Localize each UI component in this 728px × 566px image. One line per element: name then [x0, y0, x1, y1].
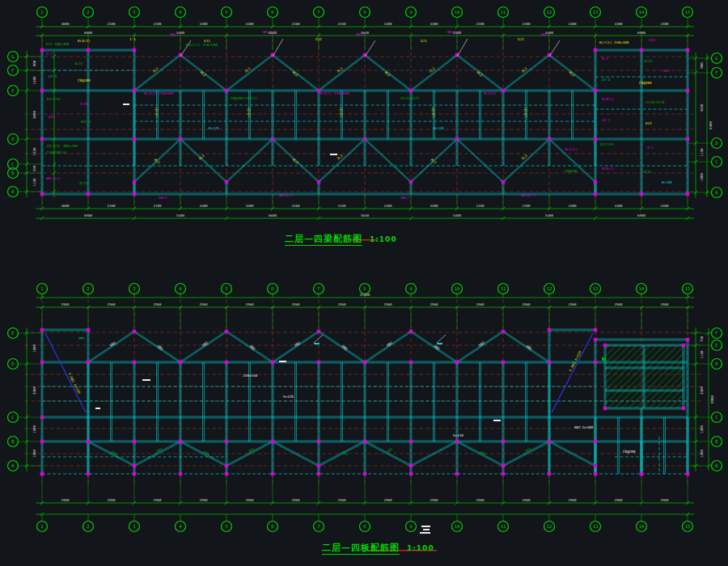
svg-text:XWL2: XWL2	[159, 196, 167, 200]
svg-text:6900: 6900	[84, 31, 93, 35]
svg-text:XL2: XL2	[291, 70, 299, 78]
svg-text:KL9(1): KL9(1)	[602, 167, 615, 171]
svg-text:3: 3	[133, 10, 135, 15]
svg-text:Q-2: Q-2	[602, 57, 608, 61]
svg-text:A: A	[715, 463, 718, 468]
cad-canvas: 1234567891011121314153600210021003300330…	[0, 0, 728, 566]
svg-text:1900: 1900	[700, 172, 704, 181]
svg-text:C: C	[715, 159, 717, 164]
svg-text:WKL3(7): WKL3(7)	[279, 193, 294, 197]
beam-plan-title-text: 二层—四梁配筋图	[285, 234, 362, 246]
svg-text:XB3: XB3	[111, 450, 119, 456]
svg-text:5640: 5640	[361, 213, 370, 218]
svg-text:14: 14	[639, 286, 645, 291]
svg-text:D: D	[715, 141, 717, 146]
svg-text:2960: 2960	[291, 302, 300, 306]
svg-text:6900: 6900	[637, 31, 646, 35]
beam-plan-grid-lines	[24, 32, 694, 204]
svg-text:2960: 2960	[568, 498, 577, 502]
svg-text:XL2: XL2	[383, 70, 392, 78]
svg-text:XL2: XL2	[568, 70, 576, 78]
svg-text:2100: 2100	[522, 204, 531, 208]
slab-plan-title: 二层—四板配筋图1:100	[322, 539, 434, 554]
svg-text:L1(2): L1(2)	[154, 107, 159, 117]
svg-text:2: 2	[87, 286, 89, 291]
svg-text:6: 6	[271, 10, 273, 15]
svg-text:1: 1	[40, 10, 43, 15]
svg-text:5: 5	[225, 10, 227, 15]
svg-text:7: 7	[317, 524, 320, 529]
svg-text:10: 10	[455, 286, 460, 291]
svg-text:C8@200: C8@200	[639, 81, 652, 85]
svg-text:XWL2: XWL2	[400, 196, 409, 200]
svg-text:2960: 2960	[383, 302, 392, 306]
svg-text:A: A	[715, 190, 718, 195]
svg-text:2960: 2960	[337, 302, 346, 306]
svg-text:14: 14	[639, 10, 645, 15]
svg-text:3300: 3300	[430, 22, 438, 26]
svg-text:G: G	[715, 56, 717, 61]
svg-text:G: G	[11, 54, 14, 59]
svg-text:8: 8	[363, 10, 366, 15]
svg-text:GJ2: GJ2	[518, 37, 524, 41]
svg-text:L1(2): L1(2)	[339, 107, 343, 117]
svg-text:KZ2: KZ2	[49, 115, 55, 119]
slab-plan-scale: 1:100	[407, 544, 434, 552]
svg-text:GJ2: GJ2	[315, 37, 322, 41]
svg-text:2960: 2960	[199, 302, 208, 306]
svg-text:D: D	[11, 137, 14, 142]
svg-text:WKL3(7): WKL3(7)	[521, 193, 535, 197]
svg-text:2960: 2960	[614, 498, 623, 502]
svg-text:2C25+2C22: 2C25+2C22	[400, 96, 420, 100]
svg-text:1500: 1500	[32, 449, 36, 458]
svg-text:3300: 3300	[245, 204, 254, 208]
svg-text:B: B	[11, 439, 15, 444]
svg-text:XL1: XL1	[521, 66, 529, 74]
svg-text:B=120: B=120	[209, 126, 219, 130]
svg-text:3300: 3300	[199, 22, 208, 26]
svg-text:C: C	[11, 162, 14, 167]
svg-text:3300: 3300	[383, 204, 392, 208]
svg-text:1150: 1150	[700, 350, 704, 359]
svg-text:h=110: h=110	[453, 433, 463, 437]
svg-text:2960: 2960	[245, 498, 254, 502]
svg-text:5: 5	[225, 286, 227, 291]
svg-text:E: E	[11, 88, 14, 93]
svg-text:XL1: XL1	[336, 66, 345, 74]
svg-text:41400: 41400	[360, 293, 370, 297]
svg-text:3: 3	[133, 286, 135, 291]
svg-text:L1(2): L1(2)	[523, 107, 527, 117]
svg-text:900: 900	[32, 60, 36, 66]
svg-text:C8@100: C8@100	[565, 169, 578, 173]
svg-text:B: B	[715, 439, 718, 444]
svg-text:4350: 4350	[700, 103, 704, 112]
svg-text:2100: 2100	[153, 22, 162, 26]
svg-text:9: 9	[409, 286, 412, 291]
svg-text:15: 15	[685, 524, 691, 529]
svg-text:XL1: XL1	[244, 66, 252, 74]
svg-text:2960: 2960	[476, 498, 485, 502]
svg-text:12: 12	[547, 10, 552, 15]
svg-text:3300: 3300	[614, 22, 623, 26]
svg-text:1: 1	[40, 524, 43, 529]
svg-text:B=120: B=120	[434, 126, 444, 130]
svg-text:3300: 3300	[568, 22, 577, 26]
svg-text:C: C	[715, 415, 717, 420]
svg-text:7: 7	[317, 286, 320, 291]
svg-text:11: 11	[501, 524, 506, 529]
svg-text:B=100: B=100	[662, 180, 672, 184]
svg-text:4: 4	[179, 10, 182, 15]
svg-text:7: 7	[317, 10, 320, 15]
svg-text:5400: 5400	[176, 213, 185, 218]
svg-text:2100: 2100	[522, 22, 531, 26]
slab-plan-grid-lines	[24, 293, 702, 485]
svg-text:11: 11	[501, 286, 506, 291]
drawing-svg: 1234567891011121314153600210021003300330…	[0, 0, 728, 566]
svg-text:3300: 3300	[568, 204, 577, 208]
svg-text:XWL1: XWL1	[356, 32, 365, 36]
svg-text:KZ1: KZ1	[663, 69, 670, 73]
svg-text:2960: 2960	[61, 302, 70, 306]
svg-text:8900: 8900	[710, 395, 714, 403]
svg-text:2C20: 2C20	[79, 102, 88, 106]
svg-text:KL6(1): KL6(1)	[78, 39, 91, 43]
